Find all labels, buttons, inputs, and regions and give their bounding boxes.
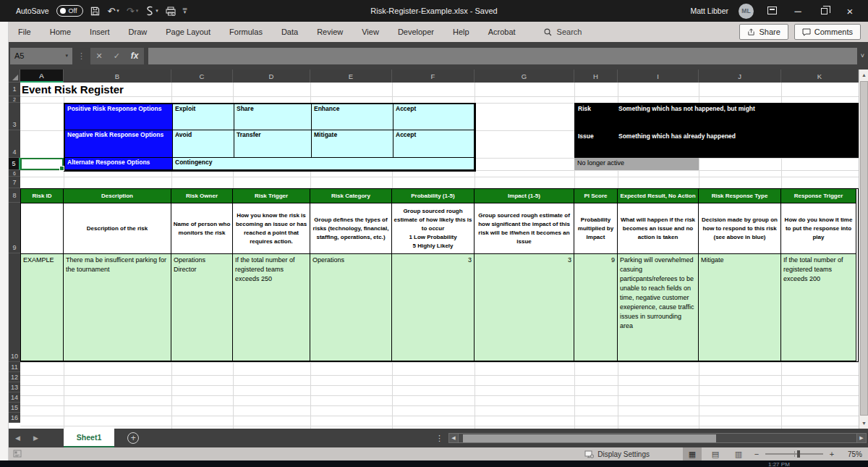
- ribbon-tab-home[interactable]: Home: [41, 22, 80, 42]
- scroll-right-icon[interactable]: ▶: [856, 433, 867, 443]
- row-header-6[interactable]: 6: [9, 170, 20, 177]
- response-option-cell[interactable]: Enhance: [312, 104, 393, 130]
- definitions-box[interactable]: Risk Something which has not happened, b…: [574, 103, 859, 158]
- risk-table-header[interactable]: Description: [64, 189, 171, 203]
- cell-mode-icon[interactable]: [13, 450, 22, 459]
- normal-view-button[interactable]: ▦: [683, 447, 702, 460]
- row-header-10[interactable]: 10: [9, 253, 20, 362]
- ribbon-tab-insert[interactable]: Insert: [80, 22, 119, 42]
- column-header-e[interactable]: E: [310, 70, 392, 83]
- example-row-cell[interactable]: 3: [475, 254, 574, 361]
- response-option-cell[interactable]: Mitigate: [312, 130, 393, 158]
- zoom-out-button[interactable]: −: [752, 450, 761, 458]
- ribbon-tab-formulas[interactable]: Formulas: [220, 22, 272, 42]
- save-button[interactable]: [90, 7, 100, 16]
- ribbon-tab-help[interactable]: Help: [443, 22, 479, 42]
- response-option-cell[interactable]: Share: [234, 104, 312, 130]
- example-row-cell[interactable]: 9: [574, 254, 618, 361]
- row-header-5[interactable]: 5: [9, 158, 20, 170]
- autosave-toggle[interactable]: Off: [56, 5, 84, 17]
- ribbon-tab-developer[interactable]: Developer: [388, 22, 443, 42]
- ribbon-tab-acrobat[interactable]: Acrobat: [479, 22, 525, 42]
- row-header-9[interactable]: 9: [9, 203, 20, 253]
- row-header-14[interactable]: 14: [9, 392, 20, 403]
- display-settings-button[interactable]: Display Settings: [584, 450, 650, 458]
- row-header-3[interactable]: 3: [9, 103, 20, 130]
- page-layout-view-button[interactable]: ▤: [706, 447, 725, 460]
- user-name[interactable]: Matt Libber: [690, 7, 728, 15]
- row-header-15[interactable]: 15: [9, 403, 20, 413]
- ribbon-tab-review[interactable]: Review: [307, 22, 352, 42]
- horizontal-scrollbar[interactable]: ◀ ▶: [448, 432, 867, 444]
- add-sheet-button[interactable]: +: [127, 432, 139, 444]
- risk-table-header[interactable]: PI Score: [574, 189, 618, 203]
- sheet-tab-sheet1[interactable]: Sheet1: [64, 429, 114, 447]
- ribbon-tab-draw[interactable]: Draw: [119, 22, 157, 42]
- risk-register-table[interactable]: Risk ID Description Risk Owner Risk Trig…: [20, 188, 859, 362]
- selected-cell-a5[interactable]: [20, 158, 64, 170]
- row-header-1[interactable]: 1: [9, 83, 20, 96]
- response-row-label[interactable]: Positive Risk Response Options: [65, 104, 173, 130]
- select-all-corner[interactable]: [9, 70, 20, 83]
- horizontal-scrollbar-track[interactable]: [459, 433, 856, 443]
- search-box[interactable]: Search: [544, 28, 582, 36]
- response-option-cell[interactable]: Exploit: [173, 104, 234, 130]
- column-header-h[interactable]: H: [574, 70, 618, 83]
- response-option-cell[interactable]: Accept: [393, 104, 475, 130]
- quick-print-button[interactable]: [166, 7, 176, 16]
- example-row-cell[interactable]: If the total number of registered teams …: [233, 254, 310, 361]
- ribbon-tab-page-layout[interactable]: Page Layout: [156, 22, 220, 42]
- risk-table-header[interactable]: Risk Response Type: [699, 189, 781, 203]
- ribbon-display-options-button[interactable]: [764, 6, 780, 17]
- comments-button[interactable]: Comments: [794, 24, 861, 40]
- row-header-8[interactable]: 8: [9, 188, 20, 203]
- zoom-level[interactable]: 75%: [841, 450, 862, 458]
- vertical-scrollbar[interactable]: ▲ ▼: [859, 70, 868, 429]
- column-header-d[interactable]: D: [233, 70, 310, 83]
- example-row-cell[interactable]: Operations: [310, 254, 392, 361]
- sheet-title-cell[interactable]: Event Risk Register: [22, 83, 129, 96]
- risk-table-description-cell[interactable]: Group defines the types of risks (techno…: [310, 203, 392, 254]
- response-option-cell[interactable]: Accept: [393, 130, 475, 158]
- lasso-dropdown-icon[interactable]: ▾: [156, 8, 158, 14]
- zoom-slider[interactable]: [765, 453, 823, 455]
- example-row-cell[interactable]: If the total number of registered teams …: [781, 254, 856, 361]
- sheet-nav-right-icon[interactable]: ▶: [27, 434, 45, 442]
- risk-table-description-cell[interactable]: Probability multiplied by Impact: [574, 203, 618, 254]
- ribbon-tab-view[interactable]: View: [352, 22, 388, 42]
- response-option-cell[interactable]: Transfer: [234, 130, 312, 158]
- response-option-cell[interactable]: Contingency: [173, 158, 475, 170]
- share-button[interactable]: Share: [739, 24, 788, 40]
- example-row-cell[interactable]: Operations Director: [171, 254, 233, 361]
- insert-function-icon[interactable]: fx: [131, 51, 139, 61]
- confirm-entry-icon[interactable]: ✓: [114, 51, 120, 61]
- risk-table-description-cell[interactable]: Group sourced rough estimate of how like…: [392, 203, 475, 254]
- example-row-cell[interactable]: EXAMPLE: [21, 254, 64, 361]
- formula-bar-expand-icon[interactable]: ˅: [857, 52, 868, 59]
- risk-table-header[interactable]: Expected Result, No Action: [618, 189, 699, 203]
- example-row-cell[interactable]: 3: [392, 254, 475, 361]
- undo-button[interactable]: ↶▾: [107, 6, 119, 17]
- row-header-12[interactable]: 12: [9, 372, 20, 382]
- risk-table-description-cell[interactable]: Description of the risk: [64, 203, 171, 254]
- response-options-table[interactable]: Positive Risk Response Options Exploit S…: [64, 103, 476, 172]
- vertical-scrollbar-thumb[interactable]: [860, 81, 868, 416]
- risk-table-description-cell[interactable]: Group sourced rough estimate of how sign…: [475, 203, 574, 254]
- risk-table-description-cell[interactable]: What will happen if the risk becomes an …: [618, 203, 699, 254]
- zoom-slider-thumb[interactable]: [797, 450, 800, 458]
- scroll-left-icon[interactable]: ◀: [448, 433, 459, 443]
- undo-dropdown-icon[interactable]: ▾: [116, 8, 119, 14]
- ribbon-tab-data[interactable]: Data: [272, 22, 307, 42]
- scroll-down-icon[interactable]: ▼: [859, 418, 868, 429]
- cancel-entry-icon[interactable]: ✕: [95, 51, 102, 61]
- example-row-cell[interactable]: Parking will overwhelmed casuing particp…: [618, 254, 699, 361]
- ribbon-tab-file[interactable]: File: [9, 22, 41, 42]
- sheetbar-divider[interactable]: ⋮: [435, 434, 443, 443]
- close-button[interactable]: ×: [842, 5, 858, 17]
- column-header-g[interactable]: G: [475, 70, 574, 83]
- risk-table-header[interactable]: Response Trigger: [781, 189, 856, 203]
- example-row-cell[interactable]: There ma be insufficent parking for the …: [64, 254, 171, 361]
- avatar[interactable]: ML: [739, 4, 754, 19]
- horizontal-scrollbar-thumb[interactable]: [463, 434, 716, 442]
- no-longer-active-cell[interactable]: No longer active: [574, 158, 699, 170]
